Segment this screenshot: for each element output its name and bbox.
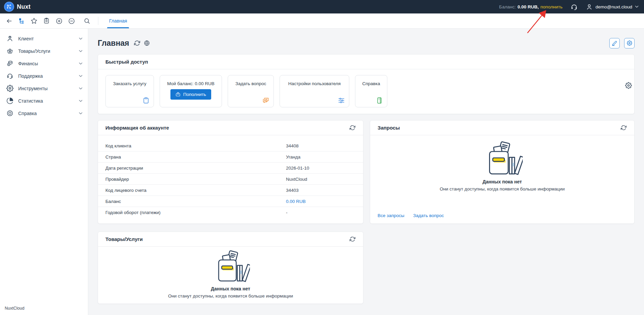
basket-icon — [6, 47, 13, 55]
toolbar-divider — [98, 17, 98, 25]
sidebar-item-label: Финансы — [18, 61, 74, 66]
sidebar-item-label: Поддержка — [18, 73, 74, 79]
products-panel: Товары/Услуги Данных пока нет Они станут… — [98, 232, 363, 304]
quick-card-ask-question[interactable]: Задать вопрос — [228, 75, 274, 107]
row-value: 34408 — [286, 143, 299, 148]
quick-card-label: Справка — [359, 81, 384, 86]
quick-card-label: Заказать услугу — [109, 81, 150, 86]
coins-icon — [6, 60, 13, 67]
settings-button[interactable] — [624, 38, 635, 48]
support-headset-icon[interactable] — [571, 3, 578, 10]
brand-name: Nuxt — [17, 3, 31, 10]
sidebar-item-label: Справка — [18, 111, 74, 116]
nuxt-logo-icon — [4, 2, 14, 12]
empty-state-illustration — [212, 250, 250, 283]
menu-tree-icon[interactable] — [18, 17, 25, 25]
person-icon — [6, 35, 13, 42]
quick-card-user-settings[interactable]: Настройки пользователя — [280, 75, 349, 107]
quick-card-help[interactable]: Справка — [355, 75, 387, 107]
quick-access-settings-gear-icon[interactable] — [625, 82, 632, 89]
row-label: Дата регистрации — [105, 166, 143, 171]
order-clipboard-icon — [142, 97, 150, 104]
sidebar-item-label: Товары/Услуги — [18, 48, 74, 54]
chevron-down-icon — [79, 75, 83, 77]
refresh-icon[interactable] — [350, 125, 356, 131]
sliders-icon — [338, 97, 345, 104]
brand[interactable]: Nuxt — [4, 2, 31, 12]
quick-access-panel: Быстрый доступ Заказать услугу Мой балан… — [98, 54, 635, 114]
empty-state-title: Данных пока нет — [483, 179, 522, 184]
table-row: Дата регистрации 2026-01-10 — [98, 163, 363, 174]
user-menu[interactable]: demo@nuxt.cloud — [586, 3, 639, 10]
sidebar-item-label: Клиент — [18, 36, 74, 41]
lifebuoy-icon — [6, 110, 13, 117]
gear-icon — [6, 85, 13, 92]
all-requests-link[interactable]: Все запросы — [378, 213, 405, 218]
empty-state-illustration — [482, 141, 523, 176]
quick-access-title: Быстрый доступ — [105, 59, 148, 65]
quick-card-balance: Мой баланс: 0.00 RUB Пополнить — [160, 75, 222, 107]
ask-question-link[interactable]: Задать вопрос — [413, 213, 444, 218]
sidebar-item-tools[interactable]: Инструменты — [0, 82, 88, 95]
provider-footer: NuxtCloud — [5, 306, 24, 311]
refresh-icon[interactable] — [350, 236, 356, 242]
topup-button-label: Пополнить — [183, 92, 206, 97]
balance-summary: Баланс: 0.00 RUB, пополнить — [499, 4, 562, 9]
quick-card-label: Настройки пользователя — [285, 81, 344, 86]
row-value: NuxtCloud — [286, 177, 307, 182]
sidebar: Клиент Товары/Услуги Финансы Поддержка И… — [0, 29, 88, 315]
chevron-down-icon — [79, 100, 83, 102]
back-icon[interactable] — [5, 17, 13, 25]
row-value: Уганда — [286, 154, 300, 160]
help-book-icon — [376, 97, 383, 104]
table-row: Годовой оборот (платежи) - — [98, 207, 363, 218]
row-label: Код клиента — [105, 143, 131, 148]
row-label: Годовой оборот (платежи) — [105, 210, 161, 215]
pie-chart-icon — [6, 97, 13, 105]
topup-button[interactable]: Пополнить — [170, 89, 211, 100]
chevron-down-icon — [79, 37, 83, 40]
chevron-down-icon — [79, 87, 83, 90]
row-label: Баланс — [105, 199, 121, 204]
topbar: Nuxt Баланс: 0.00 RUB, пополнить demo@nu… — [0, 0, 644, 13]
sidebar-item-help[interactable]: Справка — [0, 107, 88, 119]
balance-value-link[interactable]: 0.00 RUB — [286, 199, 306, 204]
main-content: Главная Быстрый доступ Заказать услугу М… — [88, 29, 644, 315]
edit-button[interactable] — [609, 38, 620, 48]
sidebar-item-client[interactable]: Клиент — [0, 32, 88, 45]
search-icon[interactable] — [83, 17, 91, 25]
sidebar-item-label: Инструменты — [18, 86, 74, 91]
row-label: Страна — [105, 154, 121, 160]
row-label: Код лицевого счета — [105, 188, 147, 193]
tasks-clipboard-icon[interactable] — [43, 17, 50, 25]
sidebar-item-statistics[interactable]: Статистика — [0, 95, 88, 107]
table-row: Страна Уганда — [98, 151, 363, 163]
zoom-in-icon[interactable] — [55, 17, 63, 25]
products-title: Товары/Услуги — [105, 236, 143, 242]
sidebar-item-products[interactable]: Товары/Услуги — [0, 45, 88, 57]
requests-title: Запросы — [378, 125, 400, 131]
topup-link[interactable]: пополнить — [541, 4, 562, 9]
zoom-out-icon[interactable] — [68, 17, 75, 25]
quick-card-label: Мой баланс: 0.00 RUB — [164, 81, 218, 86]
refresh-icon[interactable] — [621, 125, 627, 131]
row-value: 2026-01-10 — [286, 166, 309, 171]
sidebar-item-finance[interactable]: Финансы — [0, 57, 88, 70]
refresh-icon[interactable] — [134, 40, 140, 46]
user-email: demo@nuxt.cloud — [595, 4, 632, 9]
page-title: Главная — [98, 39, 129, 48]
table-row: Провайдер NuxtCloud — [98, 174, 363, 185]
avatar-icon — [586, 3, 593, 10]
globe-link-icon[interactable] — [144, 40, 150, 46]
favorites-star-icon[interactable] — [30, 17, 38, 25]
tab-main-label: Главная — [109, 18, 127, 24]
row-label: Провайдер — [105, 177, 129, 182]
sidebar-item-support[interactable]: Поддержка — [0, 70, 88, 82]
row-value: 34403 — [286, 188, 299, 193]
tab-main[interactable]: Главная — [103, 13, 133, 28]
chevron-down-icon — [79, 112, 83, 115]
empty-state-subtitle: Они станут доступны, когда появится боль… — [168, 293, 293, 299]
balance-value: 0.00 RUB, — [518, 4, 539, 9]
quick-card-order-service[interactable]: Заказать услугу — [105, 75, 154, 107]
sidebar-item-label: Статистика — [18, 98, 74, 104]
